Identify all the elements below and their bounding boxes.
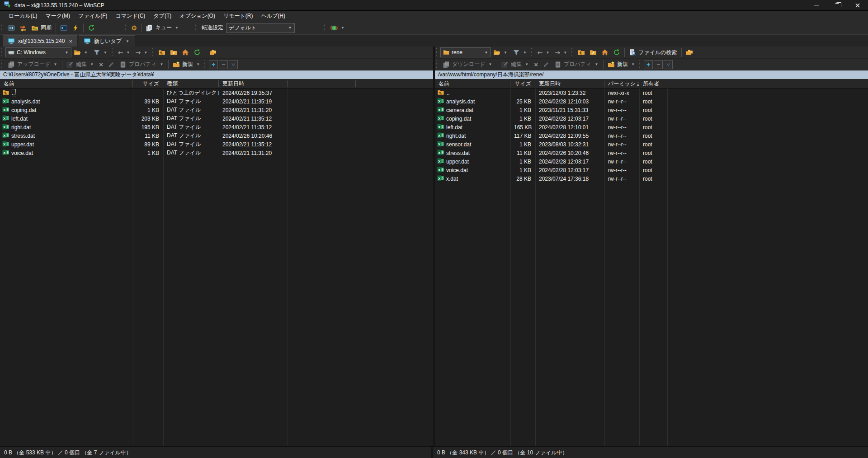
refresh-session-button[interactable] — [85, 23, 97, 33]
toolbar-grip[interactable] — [1, 24, 4, 32]
menu-item[interactable]: マーク(M) — [42, 11, 75, 21]
table-row[interactable]: upper.dat 89 KB DAT ファイル 2024/02/21 11:3… — [0, 140, 433, 149]
minimize-button[interactable] — [806, 0, 826, 10]
menu-item[interactable]: ファイル(F) — [74, 11, 111, 21]
find-files-button[interactable]: ファイルの検索 — [627, 47, 679, 58]
selection-filter-button[interactable]: ▽ — [229, 60, 238, 69]
open-directory-button[interactable]: ▼ — [491, 47, 510, 58]
close-button[interactable]: × — [847, 0, 868, 10]
remote-path-bar[interactable]: /var/www/html/company/日本海倶楽部/rene/ — [435, 70, 868, 79]
synchronize-button[interactable]: 同期 — [29, 23, 54, 33]
tab-close-icon[interactable]: × — [68, 38, 72, 45]
table-row[interactable]: left.dat 203 KB DAT ファイル 2024/02/21 11:3… — [0, 114, 433, 123]
root-directory-button[interactable] — [587, 47, 599, 58]
edit-button[interactable]: 編集 ▼ — [64, 59, 97, 70]
column-header-modified[interactable]: 更新日時 — [219, 80, 288, 87]
column-header-size[interactable]: サイズ — [133, 80, 163, 87]
column-header-size[interactable]: サイズ — [510, 80, 535, 87]
selection-filter-button[interactable]: ▽ — [664, 60, 673, 69]
preferences-button[interactable]: ⚙ — [129, 23, 139, 33]
filter-button[interactable]: ▼ — [91, 47, 110, 58]
column-header-empty[interactable] — [288, 80, 356, 87]
open-terminal-button[interactable] — [58, 23, 70, 33]
table-row[interactable]: upper.dat 1 KB 2024/02/28 12:03:17 rw-r-… — [435, 157, 868, 166]
column-header-name[interactable]: 名前^ — [0, 80, 133, 87]
table-row[interactable]: stress.dat 11 KB DAT ファイル 2024/02/26 10:… — [0, 131, 433, 140]
table-row[interactable]: left.dat 165 KB 2024/02/28 12:10:01 rw-r… — [435, 123, 868, 131]
toolbar-grip[interactable] — [324, 24, 327, 32]
menu-item[interactable]: タブ(T) — [149, 11, 175, 21]
column-header-name[interactable]: 名前^ — [435, 80, 510, 87]
upload-button[interactable]: アップロード ▼ — [5, 59, 60, 70]
table-row[interactable]: right.dat 195 KB DAT ファイル 2024/02/21 11:… — [0, 123, 433, 131]
new-button[interactable]: 新規 ▼ — [170, 59, 203, 70]
home-directory-button[interactable] — [599, 47, 611, 58]
back-button[interactable]: ←▼ — [116, 47, 133, 58]
table-row[interactable]: analysis.dat 39 KB DAT ファイル 2024/02/21 1… — [0, 97, 433, 106]
select-files-button[interactable]: + — [644, 60, 653, 69]
toolbar-grip[interactable] — [124, 24, 127, 32]
rename-button[interactable] — [105, 59, 117, 70]
refresh-button[interactable] — [611, 47, 623, 58]
table-row[interactable]: sensor.dat 1 KB 2023/08/03 10:32:31 rw-r… — [435, 140, 868, 149]
table-row[interactable]: analysis.dat 25 KB 2024/02/28 12:10:03 r… — [435, 97, 868, 106]
menu-item[interactable]: コマンド(C) — [112, 11, 150, 21]
forward-button[interactable]: →▼ — [553, 47, 571, 58]
refresh-button[interactable] — [191, 47, 203, 58]
table-row[interactable]: right.dat 117 KB 2024/02/28 12:09:55 rw-… — [435, 131, 868, 140]
delete-button[interactable]: × — [97, 59, 105, 70]
table-row[interactable]: x.dat 28 KB 2023/07/24 17:36:18 rw-r--r-… — [435, 174, 868, 183]
window-title: data – xi@133.55.115.240 – WinSCP — [14, 2, 104, 9]
delete-button[interactable]: × — [532, 59, 540, 70]
table-row[interactable]: .. ひとつ上のディレクトリ 2024/02/26 19:35:37 — [0, 89, 433, 97]
column-header-type[interactable]: 種類 — [163, 80, 219, 87]
copy-path-button[interactable] — [684, 47, 695, 58]
new-button[interactable]: 新規 ▼ — [605, 59, 638, 70]
parent-directory-button[interactable] — [156, 47, 168, 58]
session-tab[interactable]: xi@133.55.115.240 × — [3, 35, 77, 47]
copy-path-button[interactable] — [207, 47, 219, 58]
menu-item[interactable]: リモート(R) — [219, 11, 257, 21]
transfer-mode-button[interactable] — [17, 23, 29, 33]
menu-item[interactable]: ヘルプ(H) — [257, 11, 289, 21]
filter-button[interactable]: ▼ — [510, 47, 530, 58]
table-row[interactable]: stress.dat 11 KB 2024/02/26 10:20:46 rw-… — [435, 149, 868, 157]
toolbar-grip[interactable] — [194, 24, 198, 32]
column-header-modified[interactable]: 更新日時 — [535, 80, 604, 87]
rename-button[interactable] — [540, 59, 552, 70]
parent-directory-button[interactable] — [576, 47, 587, 58]
restore-button[interactable] — [826, 0, 847, 10]
back-button[interactable]: ←▼ — [535, 47, 553, 58]
menu-item[interactable]: オプション(O) — [175, 11, 219, 21]
column-header-owner[interactable]: 所有者 — [639, 80, 667, 87]
edit-button[interactable]: 編集 ▼ — [499, 59, 532, 70]
home-directory-button[interactable] — [179, 47, 191, 58]
table-row[interactable]: coping.dat 1 KB 2024/02/28 12:03:17 rw-r… — [435, 114, 868, 123]
table-row[interactable]: .. 2023/12/03 1:23:32 rwxr-xr-x root — [435, 89, 868, 97]
select-files-button[interactable]: + — [209, 60, 218, 69]
queue-button[interactable]: キュー ▼ — [143, 23, 181, 33]
forward-button[interactable]: →▼ — [133, 47, 151, 58]
root-directory-button[interactable] — [168, 47, 179, 58]
local-path-bar[interactable]: C:¥Users¥8072y¥OneDrive - 富山県立大学¥実験データ¥d… — [0, 70, 433, 79]
open-directory-button[interactable]: ▼ — [71, 47, 91, 58]
local-drive-combo[interactable]: C: Windows ▼ — [5, 47, 71, 57]
command-button[interactable] — [70, 23, 81, 33]
table-row[interactable]: coping.dat 1 KB DAT ファイル 2024/02/21 11:3… — [0, 106, 433, 114]
download-button[interactable]: ダウンロード ▼ — [440, 59, 495, 70]
session-color-button[interactable]: ▼ — [328, 23, 348, 33]
swap-panels-button[interactable] — [5, 23, 17, 33]
table-row[interactable]: voice.dat 1 KB 2024/02/28 12:03:17 rw-r-… — [435, 166, 868, 174]
table-row[interactable]: voice.dat 1 KB DAT ファイル 2024/02/21 11:31… — [0, 149, 433, 157]
table-row[interactable]: camera.dat 1 KB 2023/11/21 15:31:33 rw-r… — [435, 106, 868, 114]
transfer-preset-combo[interactable]: デフォルト ▼ — [226, 23, 295, 33]
properties-button[interactable]: プロパティ ▼ — [117, 59, 166, 70]
dat-file-icon — [437, 158, 444, 166]
remote-directory-combo[interactable]: rene ▼ — [440, 47, 491, 57]
properties-button[interactable]: プロパティ ▼ — [552, 59, 601, 70]
menu-item[interactable]: ローカル(L) — [5, 11, 42, 21]
new-tab-button[interactable]: 新しいタブ ▼ — [79, 35, 135, 47]
unselect-files-button[interactable]: − — [654, 60, 663, 69]
column-header-permissions[interactable]: パーミッション — [604, 80, 639, 87]
unselect-files-button[interactable]: − — [219, 60, 228, 69]
